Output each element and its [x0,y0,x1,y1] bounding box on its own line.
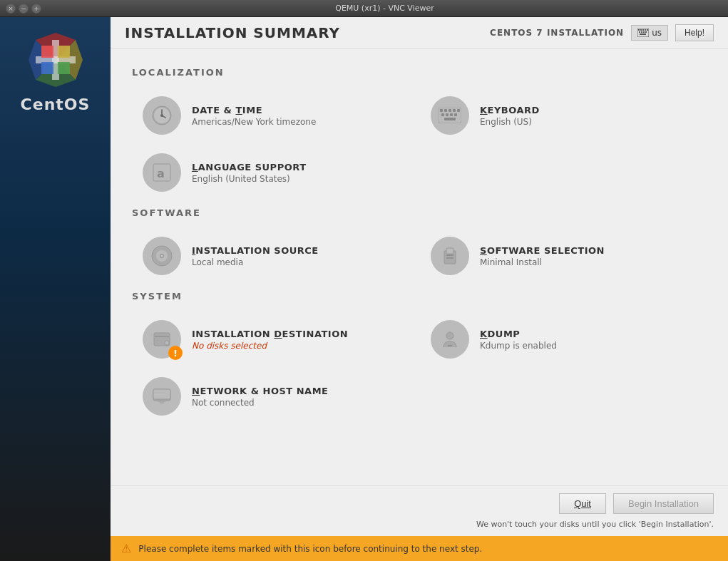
svg-rect-7 [638,29,640,31]
kdump-item[interactable]: KDUMP Kdump is enabled [420,312,707,367]
main-container: CentOS INSTALLATION SUMMARY CENTOS 7 INS… [0,17,728,561]
quit-button[interactable]: Quit [559,493,606,514]
section-system-header: SYSTEM [132,291,707,304]
installation-source-text: INSTALLATION SOURCE Local media [192,245,319,267]
minimize-button[interactable]: − [19,4,29,14]
centos7-label: CENTOS 7 INSTALLATION [490,28,624,38]
footer: Quit Begin Installation We won't touch y… [111,485,728,536]
kdump-subtitle: Kdump is enabled [480,341,557,351]
disc-icon-container [143,237,181,275]
keyboard-title: KEYBOARD [480,105,540,115]
page-header: INSTALLATION SUMMARY CENTOS 7 INSTALLATI… [111,17,728,49]
svg-rect-4 [58,62,70,74]
svg-rect-27 [457,109,460,112]
svg-rect-51 [160,401,164,403]
footer-note: We won't touch your disks until you clic… [125,520,714,529]
software-selection-title: SOFTWARE SELECTION [480,245,605,256]
installation-source-subtitle: Local media [192,257,319,267]
language-icon-container: a [143,153,181,192]
keyboard-icon-container [431,96,469,135]
scroll-content: LOCALIZATION [111,49,728,485]
package-icon [431,237,469,275]
svg-point-38 [161,255,163,257]
maximize-button[interactable]: + [31,4,41,14]
network-hostname-subtitle: Not connected [192,398,328,408]
svg-point-21 [160,114,163,117]
language-support-subtitle: English (United States) [192,174,307,184]
svg-rect-9 [642,29,644,31]
svg-rect-8 [640,29,642,31]
begin-installation-button[interactable]: Begin Installation [613,493,714,514]
software-selection-item[interactable]: SOFTWARE SELECTION Minimal Install [420,228,707,284]
content-area: INSTALLATION SUMMARY CENTOS 7 INSTALLATI… [111,17,728,561]
hdd-icon: ! [143,320,181,359]
centos-brand-text: CentOS [21,96,91,113]
network-icon [143,377,181,416]
network-hostname-title: NETWORK & HOST NAME [192,386,328,396]
date-time-text: DATE & TIME Americas/New York timezone [192,105,316,127]
svg-rect-14 [643,31,645,33]
warning-badge: ! [168,346,183,360]
keyboard-item[interactable]: KEYBOARD English (US) [420,88,707,143]
header-controls: CENTOS 7 INSTALLATION [490,24,714,41]
svg-text:a: a [157,167,165,180]
window-title: QEMU (xr1) - VNC Viewer [47,4,722,13]
installation-destination-subtitle: No disks selected [192,341,348,351]
keyboard-subtitle: English (US) [480,117,540,127]
svg-point-46 [446,332,453,339]
installation-destination-text: INSTALLATION DESTINATION No disks select… [192,329,348,351]
network-hostname-text: NETWORK & HOST NAME Not connected [192,386,328,408]
keyboard-indicator[interactable]: us [631,25,668,41]
keyboard-lang: us [652,28,662,38]
svg-rect-16 [640,34,646,35]
kdump-title: KDUMP [480,329,557,339]
titlebar-controls[interactable]: × − + [6,4,41,14]
installation-source-item[interactable]: INSTALLATION SOURCE Local media [132,228,419,284]
close-button[interactable]: × [6,4,16,14]
network-hostname-item[interactable]: NETWORK & HOST NAME Not connected [132,369,419,424]
titlebar: × − + QEMU (xr1) - VNC Viewer [0,0,728,17]
svg-rect-28 [441,113,444,116]
kdump-icon [431,320,469,359]
language-support-title: LANGUAGE SUPPORT [192,162,307,173]
warning-message: Please complete items marked with this i… [138,544,482,554]
keyboard-icon [637,29,649,37]
svg-rect-23 [440,109,443,112]
svg-rect-10 [645,29,646,31]
section-localization-header: LOCALIZATION [132,67,707,81]
svg-rect-26 [453,109,456,112]
warning-triangle-icon: ⚠ [121,542,131,555]
installation-destination-title: INSTALLATION DESTINATION [192,329,348,339]
keyboard-big-icon [431,96,469,135]
localization-items: DATE & TIME Americas/New York timezone [132,88,707,200]
sidebar: CentOS [0,17,111,561]
svg-rect-25 [448,109,451,112]
clock-icon [143,96,181,135]
svg-rect-3 [58,46,70,58]
page-title: INSTALLATION SUMMARY [125,24,340,41]
language-support-item[interactable]: a LANGUAGE SUPPORT English (United State… [132,145,419,200]
date-time-subtitle: Americas/New York timezone [192,117,316,127]
svg-point-44 [165,341,169,345]
svg-rect-31 [454,113,457,116]
keyboard-text: KEYBOARD English (US) [480,105,540,127]
software-selection-text: SOFTWARE SELECTION Minimal Install [480,245,605,267]
svg-rect-12 [639,31,640,33]
installation-source-title: INSTALLATION SOURCE [192,245,319,256]
svg-rect-2 [41,46,53,58]
centos-logo-icon [27,31,84,88]
svg-rect-24 [444,109,447,112]
language-support-text: LANGUAGE SUPPORT English (United States) [192,162,307,184]
language-icon: a [143,153,181,192]
hdd-icon-container: ! [143,320,181,359]
section-software-header: SOFTWARE [132,207,707,221]
software-selection-subtitle: Minimal Install [480,257,605,267]
help-button[interactable]: Help! [675,24,714,41]
installation-destination-item[interactable]: ! INSTALLATION DESTINATION No disks sele… [132,312,419,367]
date-time-item[interactable]: DATE & TIME Americas/New York timezone [132,88,419,143]
network-icon-container [143,377,181,416]
system-items: ! INSTALLATION DESTINATION No disks sele… [132,312,707,424]
svg-rect-15 [645,31,647,33]
footer-buttons: Quit Begin Installation [125,493,714,514]
kdump-icon-container [431,320,469,359]
